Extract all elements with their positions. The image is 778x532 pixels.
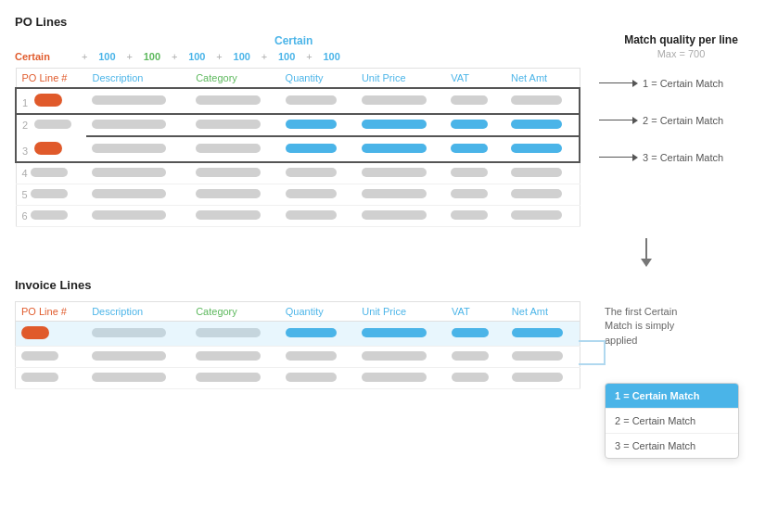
cell-desc	[86, 162, 190, 184]
inv-cell-net	[506, 347, 580, 368]
score-plus-1: +	[82, 51, 87, 62]
th-vat: VAT	[445, 69, 505, 89]
invoice-bottom: PO Line # Description Category Quantity …	[15, 301, 763, 431]
pill	[92, 144, 166, 153]
inv-cell-vat	[446, 347, 506, 368]
inv-cell-vat	[446, 322, 506, 347]
blue-pill	[362, 328, 427, 337]
main-wrapper: PO Lines Certain Certain + 100 + 100 + 1…	[15, 15, 763, 431]
cell-vat	[445, 206, 505, 227]
annot-label-3: 3 = Certain Match	[643, 152, 723, 163]
cell-row-num: 2	[16, 114, 86, 136]
inv-th-po-line: PO Line #	[16, 302, 87, 322]
pill	[286, 210, 337, 220]
pill	[196, 95, 261, 105]
arrow-line	[645, 238, 647, 259]
score-100-6: 100	[314, 51, 350, 62]
pill	[31, 210, 68, 220]
cell-desc	[86, 88, 190, 114]
inv-th-quantity: Quantity	[280, 302, 357, 322]
pill	[511, 210, 562, 220]
cell-cat	[190, 162, 279, 184]
annot-label-2: 2 = Certain Match	[643, 115, 723, 126]
pill	[362, 373, 427, 382]
inv-cell-cat	[190, 322, 280, 347]
po-table: PO Line # Description Category Quantity …	[15, 68, 580, 227]
inv-th-vat: VAT	[446, 302, 506, 322]
pill	[286, 168, 337, 177]
certain-top-label: Certain	[274, 34, 312, 47]
pill	[362, 168, 427, 177]
invoice-section: Invoice Lines PO Line # Description Cate…	[15, 278, 763, 431]
score-plus-6: +	[306, 51, 312, 62]
inv-cell-uprice	[356, 322, 446, 347]
blue-pill	[451, 120, 488, 129]
pill	[92, 189, 166, 198]
inv-cell-cat	[190, 347, 280, 368]
pill	[92, 328, 166, 337]
inv-th-description: Description	[86, 302, 190, 322]
inv-cell-row-num	[16, 368, 87, 389]
match-quality-subtitle: Max = 700	[599, 48, 763, 59]
cell-uprice	[356, 114, 445, 136]
pill	[286, 373, 337, 382]
pill	[511, 168, 562, 177]
cell-vat	[445, 114, 505, 136]
match-popup[interactable]: 1 = Certain Match 2 = Certain Match 3 = …	[605, 383, 739, 459]
blue-pill	[511, 144, 562, 153]
popup-item-3[interactable]: 3 = Certain Match	[606, 434, 738, 458]
th-po-line: PO Line #	[16, 69, 86, 89]
arrow-down	[641, 238, 652, 267]
score-100-3: 100	[179, 51, 214, 62]
row-num: 1	[22, 97, 28, 108]
cell-cat	[190, 136, 279, 162]
red-pill	[34, 142, 62, 155]
po-section: PO Lines Certain Certain + 100 + 100 + 1…	[15, 15, 763, 227]
blue-pill	[362, 120, 427, 129]
cell-net	[505, 136, 580, 162]
inv-cell-net	[506, 368, 580, 389]
annot-dash-line	[599, 120, 632, 120]
pill	[451, 189, 488, 198]
inv-table-header: PO Line # Description Category Quantity …	[16, 302, 580, 322]
arrow-head	[641, 259, 652, 267]
cell-qty	[280, 114, 356, 136]
inv-cell-qty	[280, 322, 357, 347]
annot-arrowhead	[632, 80, 638, 87]
blue-pill	[286, 120, 337, 129]
pill	[21, 351, 58, 361]
popup-item-2[interactable]: 2 = Certain Match	[606, 409, 738, 434]
cell-uprice	[356, 162, 445, 184]
pill	[21, 373, 58, 382]
cell-vat	[445, 184, 505, 206]
cell-row-num: 5	[16, 184, 86, 206]
pill	[451, 168, 488, 177]
annotation-3: 3 = Certain Match	[599, 152, 763, 163]
blue-pill	[511, 120, 562, 129]
score-plus-4: +	[216, 51, 222, 62]
table-row: 2	[16, 114, 580, 136]
pill	[286, 95, 337, 105]
cell-desc	[86, 114, 190, 136]
invoice-table: PO Line # Description Category Quantity …	[15, 301, 580, 389]
blue-pill	[286, 328, 337, 337]
score-plus-2: +	[126, 51, 132, 62]
cell-qty	[280, 162, 356, 184]
inv-th-unit-price: Unit Price	[356, 302, 446, 322]
table-row	[16, 347, 580, 368]
pill	[362, 189, 427, 198]
annotation-1: 1 = Certain Match	[599, 78, 763, 89]
cell-row-num: 3	[16, 136, 86, 162]
pill	[362, 351, 427, 361]
table-row	[16, 322, 580, 347]
cell-qty	[280, 184, 356, 206]
score-plus-3: +	[172, 51, 177, 62]
inv-cell-qty	[280, 368, 357, 389]
cell-net	[505, 162, 580, 184]
pill	[451, 95, 488, 105]
cell-qty	[280, 136, 356, 162]
annot-arrowhead	[632, 117, 638, 124]
popup-item-1[interactable]: 1 = Certain Match	[606, 384, 738, 409]
blue-pill	[512, 328, 563, 337]
th-unit-price: Unit Price	[356, 69, 445, 89]
